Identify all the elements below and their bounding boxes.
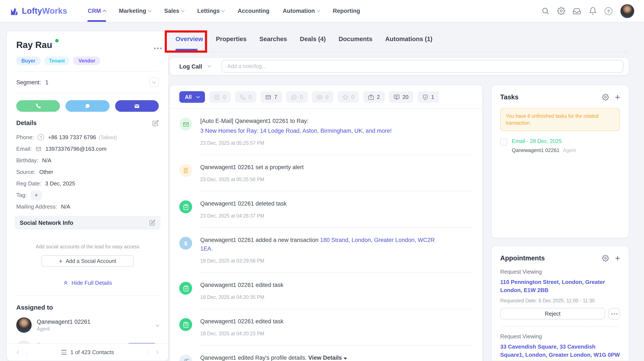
appointment-item: Request Viewing 110 Pennington Street, L…	[500, 268, 620, 327]
message-button[interactable]	[66, 100, 110, 112]
contact-more-menu[interactable]	[157, 40, 159, 51]
edit-social-icon[interactable]	[149, 220, 155, 226]
note-log-input[interactable]	[222, 60, 624, 73]
pagination-label: 1 of 423 Contacts	[70, 349, 114, 355]
nav-item-automation[interactable]: Automation	[283, 0, 320, 22]
detail-row-mailing: Mailing Address:N/A	[16, 201, 159, 212]
hide-full-details-link[interactable]: Hide Full Details	[16, 280, 159, 286]
settings-gear-icon[interactable]	[557, 7, 565, 15]
nav-item-accounting[interactable]: Accounting	[238, 0, 270, 22]
page: LoftyWorks CRM Marketing Sales Lettings …	[0, 0, 644, 361]
detail-row-source: Source:Other	[16, 166, 159, 178]
phone-verify-icon: ?	[38, 134, 44, 140]
agent-avatar	[16, 317, 32, 333]
filter-notes[interactable]: 0	[209, 91, 231, 103]
note-icon	[214, 94, 220, 100]
call-button[interactable]	[16, 100, 60, 112]
filter-views[interactable]: 0	[312, 91, 333, 103]
tab-overview[interactable]: Overview	[176, 28, 203, 50]
shield-check-icon	[422, 94, 428, 100]
activity-item: Qanewagent1 02261 edited task 18 Dec, 20…	[179, 309, 473, 345]
search-icon[interactable]	[541, 7, 550, 15]
add-task-button[interactable]: +	[615, 94, 620, 101]
email-subject-link[interactable]: 3 New Homes for Ray: 14 Lodge Road, Asto…	[200, 127, 457, 135]
loftyworks-logo-icon	[10, 6, 19, 16]
appointment-type: Request Viewing	[500, 268, 620, 275]
log-type-dropdown[interactable]: Log Call	[179, 63, 211, 70]
appointment-address-link[interactable]: 110 Pennington Street, London, Greater L…	[500, 278, 620, 294]
activity-item: Qanewagent1 edited Ray's profile details…	[179, 345, 473, 361]
tasks-title: Tasks	[500, 93, 518, 101]
tab-searches[interactable]: Searches	[259, 28, 287, 50]
task-title[interactable]: Email - 28 Dec, 2025	[512, 138, 576, 144]
filter-transactions[interactable]: 2	[363, 91, 384, 103]
tab-automations[interactable]: Automations (1)	[385, 28, 432, 50]
details-section: Details Phone: ? +86 139 7337 6796 (Talk…	[16, 120, 159, 212]
task-icon	[179, 282, 192, 295]
add-appointment-button[interactable]: +	[615, 255, 620, 262]
email-icon	[265, 94, 271, 100]
filter-system[interactable]: 1	[418, 91, 439, 103]
filter-emails[interactable]: 7	[260, 91, 282, 103]
nav-item-marketing[interactable]: Marketing	[119, 0, 151, 22]
edit-details-icon[interactable]	[152, 120, 159, 126]
user-avatar[interactable]	[620, 4, 634, 18]
segment-dropdown[interactable]	[149, 78, 159, 87]
contact-tags: Buyer Tenant Vendor	[16, 57, 159, 65]
contacts-list-button[interactable]: 1 of 423 Contacts	[30, 349, 145, 355]
chevron-up-icon	[102, 10, 106, 13]
chat-icon	[291, 94, 297, 100]
segment-label: Segment:	[16, 79, 41, 85]
previous-contact-button[interactable]	[13, 347, 23, 357]
appointment-more-button[interactable]	[608, 308, 620, 319]
filter-all[interactable]: All	[179, 91, 205, 103]
inbox-tray-icon[interactable]	[572, 7, 581, 15]
notifications-bell-icon[interactable]	[588, 7, 597, 15]
nav-item-lettings[interactable]: Lettings	[197, 0, 224, 22]
social-title: Social Network Info	[20, 219, 74, 226]
quick-actions	[16, 100, 159, 112]
activity-item: [Auto E-Mail] Qanewagent1 02261 to Ray: …	[179, 109, 473, 155]
tab-deals[interactable]: Deals (4)	[300, 28, 326, 50]
appointment-address-link[interactable]: 33 Cavendish Square, 33 Cavendish Square…	[500, 342, 620, 359]
assigned-agent-row: Qanewagent1 02261 Agent	[16, 317, 159, 333]
help-icon[interactable]: ?	[604, 7, 613, 15]
unfinished-tasks-alert: You have 6 unfinished tasks for the rela…	[500, 108, 620, 131]
brand-name: LoftyWorks	[22, 6, 67, 16]
next-contact-button[interactable]	[152, 347, 162, 357]
online-status-dot	[55, 39, 58, 42]
filter-calls[interactable]: 0	[235, 91, 256, 103]
task-checkbox[interactable]	[500, 139, 507, 146]
detail-row-phone: Phone: ? +86 139 7337 6796 (Talked)	[16, 132, 159, 143]
add-tag-button[interactable]: +	[30, 190, 42, 200]
tab-documents[interactable]: Documents	[338, 28, 372, 50]
activity-item: $ Qanewagent1 02261 added a new transact…	[179, 228, 473, 273]
appointments-settings-icon[interactable]	[602, 255, 609, 262]
task-assignee-role: Agent	[563, 148, 576, 153]
nav-item-sales[interactable]: Sales	[164, 0, 184, 22]
agent-expand-chevron[interactable]	[154, 321, 159, 329]
assigned-to-title: Assigned to	[16, 304, 159, 311]
contact-tabs: Overview Properties Searches Deals (4) D…	[170, 26, 629, 52]
phone-value: +86 139 7337 6796	[48, 134, 96, 140]
main-nav: CRM Marketing Sales Lettings Accounting …	[88, 0, 360, 22]
detail-row-tag: Tag: +	[16, 189, 159, 201]
filter-web-activity[interactable]: 20	[389, 91, 413, 103]
eye-icon	[317, 94, 323, 100]
detail-row-birthday: Birthday:N/A	[16, 155, 159, 166]
filter-texts[interactable]: 0	[286, 91, 308, 103]
profile-edit-icon	[179, 354, 192, 361]
tasks-settings-icon[interactable]	[602, 94, 609, 101]
loftyworks-logo[interactable]: LoftyWorks	[10, 6, 67, 16]
nav-item-reporting[interactable]: Reporting	[333, 0, 360, 22]
email-button[interactable]	[115, 100, 159, 112]
filter-favorites[interactable]: 0	[338, 91, 359, 103]
social-network-header: Social Network Info	[14, 216, 160, 229]
add-social-account-button[interactable]: + Add a Social Account	[41, 255, 134, 267]
view-details-link[interactable]: View Details	[308, 354, 342, 361]
tab-properties[interactable]: Properties	[216, 28, 246, 50]
details-title: Details	[16, 120, 36, 126]
reject-button[interactable]: Reject	[500, 308, 605, 319]
nav-item-crm[interactable]: CRM	[88, 0, 106, 22]
property-alert-icon	[179, 164, 192, 177]
